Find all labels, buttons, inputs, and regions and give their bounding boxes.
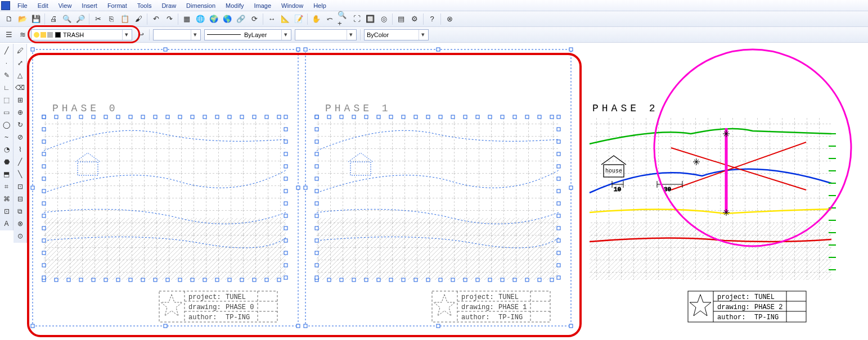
color-combo[interactable]: ▾ xyxy=(153,29,201,40)
menu-tools[interactable]: Tools xyxy=(132,1,157,10)
draw-btn-2[interactable]: ✎ xyxy=(1,70,12,81)
modify-btn-9[interactable]: ╱ xyxy=(15,156,26,167)
menu-window[interactable]: Window xyxy=(276,1,308,10)
menu-view[interactable]: View xyxy=(53,1,77,10)
find-icon[interactable]: 🔎 xyxy=(74,13,87,25)
draw-btn-3[interactable]: ∟ xyxy=(1,82,12,93)
zoom-prev-icon[interactable]: ⤺ xyxy=(323,13,336,25)
modify-btn-15[interactable]: ⊙ xyxy=(15,230,26,242)
menu-edit[interactable]: Edit xyxy=(33,1,53,10)
draw-btn-6[interactable]: ◯ xyxy=(1,119,12,130)
measure-icon[interactable]: 📐 xyxy=(279,13,291,25)
chevron-down-icon[interactable]: ▾ xyxy=(191,30,199,40)
drawing-canvas[interactable]: PHASE 0 project: TUNEL drawing: PHASE 0 … xyxy=(27,44,868,340)
modify-btn-2[interactable]: △ xyxy=(15,70,26,81)
menu-dimension[interactable]: Dimension xyxy=(181,1,221,10)
svg-text:TUNEL: TUNEL xyxy=(754,293,775,301)
modify-btn-8[interactable]: ⌇ xyxy=(15,144,26,155)
layer-color-swatch xyxy=(55,32,61,38)
modify-btn-12[interactable]: ⊟ xyxy=(15,193,26,205)
open-icon[interactable]: 📂 xyxy=(16,13,29,25)
table-icon[interactable]: ▤ xyxy=(395,13,407,25)
draw-btn-9[interactable]: ⬣ xyxy=(1,156,12,167)
draw-btn-5[interactable]: ▭ xyxy=(1,107,12,118)
layer-manager-icon[interactable]: ☰ xyxy=(3,29,15,41)
draw-btn-8[interactable]: ◔ xyxy=(1,144,12,155)
copy-icon[interactable]: ⎘ xyxy=(105,13,118,25)
zoom-win-icon[interactable]: 🔲 xyxy=(364,13,376,25)
draw-btn-12[interactable]: ⌘ xyxy=(1,193,12,205)
note-icon[interactable]: 📝 xyxy=(293,13,305,25)
draw-btn-0[interactable]: ╱ xyxy=(1,45,12,56)
separator xyxy=(147,13,147,25)
phase-0-viewport: PHASE 0 project: TUNEL drawing: PHASE 0 … xyxy=(31,48,300,328)
draw-btn-11[interactable]: ⌗ xyxy=(1,181,12,192)
modify-btn-14[interactable]: ⊗ xyxy=(15,218,26,229)
menu-help[interactable]: Help xyxy=(308,1,331,10)
new-icon[interactable]: 🗋 xyxy=(3,13,15,25)
modify-btn-4[interactable]: ⊞ xyxy=(15,94,26,106)
chevron-down-icon[interactable]: ▾ xyxy=(419,30,427,40)
chevron-down-icon[interactable]: ▾ xyxy=(347,30,355,40)
layer-states-icon[interactable]: ≋ xyxy=(16,29,29,41)
paste-icon[interactable]: 📋 xyxy=(119,13,131,25)
layer-combo[interactable]: TRASH ▾ xyxy=(31,29,132,40)
close-icon[interactable]: ⊗ xyxy=(443,13,456,25)
menu-format[interactable]: Format xyxy=(102,1,132,10)
modify-btn-1[interactable]: ⤢ xyxy=(15,57,26,69)
modify-btn-6[interactable]: ↻ xyxy=(15,119,26,130)
modify-btn-5[interactable]: ⊕ xyxy=(15,107,26,118)
draw-btn-7[interactable]: ~ xyxy=(1,132,12,143)
redo-icon[interactable]: ↷ xyxy=(163,13,176,25)
svg-text:TP-ING: TP-ING xyxy=(226,314,250,321)
lineweight-combo[interactable]: ▾ xyxy=(295,29,357,40)
world-icon[interactable]: 🌍 xyxy=(208,13,220,25)
props-icon[interactable]: ⚙ xyxy=(408,13,421,25)
draw-btn-14[interactable]: A xyxy=(1,218,12,229)
refresh-icon[interactable]: ⟳ xyxy=(248,13,260,25)
zoom-all-icon[interactable]: ◎ xyxy=(377,13,390,25)
menu-file[interactable]: File xyxy=(12,1,33,10)
modify-btn-10[interactable]: ╲ xyxy=(15,169,26,180)
grid-icon[interactable]: ▦ xyxy=(181,13,193,25)
save-icon[interactable]: 💾 xyxy=(30,13,42,25)
menu-insert[interactable]: Insert xyxy=(77,1,102,10)
modify-btn-7[interactable]: ⊘ xyxy=(15,132,26,143)
pan-icon[interactable]: ✋ xyxy=(310,13,322,25)
menu-modify[interactable]: Modify xyxy=(221,1,249,10)
layer-previous-icon[interactable]: ↩ xyxy=(134,29,147,41)
draw-btn-4[interactable]: ⬚ xyxy=(1,94,12,106)
draw-btn-10[interactable]: ⬒ xyxy=(1,169,12,180)
modify-btn-0[interactable]: 🖊 xyxy=(15,45,26,56)
print-preview-icon[interactable]: 🔍 xyxy=(61,13,73,25)
plotstyle-combo[interactable]: ByColor ▾ xyxy=(364,29,429,40)
chevron-down-icon[interactable]: ▾ xyxy=(281,30,290,40)
modify-btn-3[interactable]: ⌫ xyxy=(15,82,26,93)
web-icon[interactable]: 🌐 xyxy=(194,13,206,25)
modify-btn-13[interactable]: ⧉ xyxy=(15,206,26,217)
zoom-in-icon[interactable]: 🔍+ xyxy=(337,13,349,25)
modify-btn-11[interactable]: ⊡ xyxy=(15,181,26,192)
globe2-icon[interactable]: 🌎 xyxy=(221,13,233,25)
help-icon[interactable]: ? xyxy=(426,13,438,25)
separator xyxy=(307,13,308,25)
svg-text:project:: project: xyxy=(461,293,494,301)
zoom-ext-icon[interactable]: ⛶ xyxy=(350,13,363,25)
phase-1-label: PHASE 1 xyxy=(325,103,392,114)
print-icon[interactable]: 🖨 xyxy=(47,13,60,25)
separator xyxy=(440,13,441,25)
cut-icon[interactable]: ✂ xyxy=(92,13,104,25)
dim-icon[interactable]: ↔ xyxy=(266,13,278,25)
svg-text:drawing:: drawing: xyxy=(461,303,494,311)
match-props-icon[interactable]: 🖌 xyxy=(132,13,145,25)
separator xyxy=(263,13,263,25)
separator xyxy=(178,13,178,25)
menu-image[interactable]: Image xyxy=(249,1,276,10)
draw-btn-1[interactable]: · xyxy=(1,57,12,69)
linetype-combo[interactable]: ByLayer ▾ xyxy=(204,29,291,40)
undo-icon[interactable]: ↶ xyxy=(150,13,162,25)
draw-btn-13[interactable]: ⊡ xyxy=(1,206,12,217)
link-icon[interactable]: 🔗 xyxy=(235,13,247,25)
chevron-down-icon[interactable]: ▾ xyxy=(122,30,131,40)
menu-draw[interactable]: Draw xyxy=(156,1,181,10)
